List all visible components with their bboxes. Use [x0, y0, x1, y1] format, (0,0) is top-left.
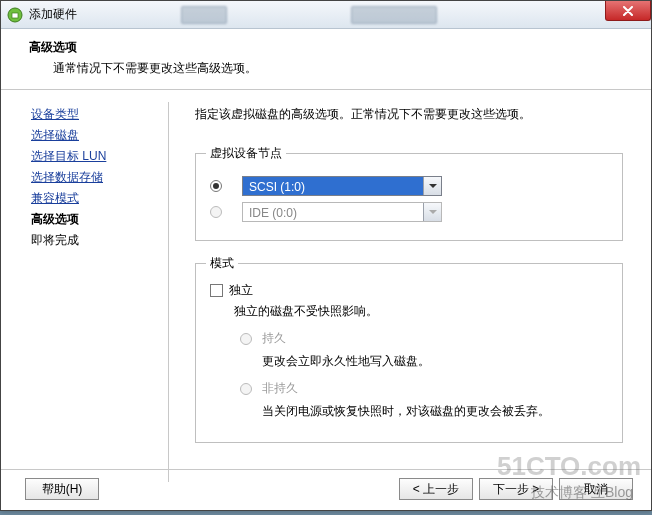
dialog-window: 添加硬件 高级选项 通常情况下不需要更改这些高级选项。 设备类型 选择磁盘 选择…: [0, 0, 652, 511]
cancel-button[interactable]: 取消: [559, 478, 633, 500]
scsi-combo[interactable]: SCSI (1:0): [242, 176, 442, 196]
close-button[interactable]: [605, 1, 651, 21]
main-panel: 指定该虚拟磁盘的高级选项。正常情况下不需要更改这些选项。 虚拟设备节点 SCSI…: [169, 102, 633, 482]
scsi-radio[interactable]: [210, 180, 222, 192]
header: 高级选项 通常情况下不需要更改这些高级选项。: [1, 29, 651, 90]
window-title: 添加硬件: [29, 6, 77, 23]
titlebar-blur-1: [181, 6, 227, 24]
scsi-combo-value: SCSI (1:0): [243, 177, 423, 195]
titlebar: 添加硬件: [1, 1, 651, 29]
ide-radio[interactable]: [210, 206, 222, 218]
nonpersistent-row: 非持久: [240, 380, 608, 397]
body: 设备类型 选择磁盘 选择目标 LUN 选择数据存储 兼容模式 高级选项 即将完成…: [1, 90, 651, 482]
nonpersistent-label: 非持久: [262, 380, 298, 397]
step-select-disk[interactable]: 选择磁盘: [31, 127, 160, 144]
independent-desc: 独立的磁盘不受快照影响。: [234, 303, 608, 320]
step-select-lun[interactable]: 选择目标 LUN: [31, 148, 160, 165]
titlebar-blur-2: [351, 6, 437, 24]
header-title: 高级选项: [29, 39, 631, 56]
nonpersistent-desc: 当关闭电源或恢复快照时，对该磁盘的更改会被丢弃。: [262, 403, 608, 420]
wizard-steps: 设备类型 选择磁盘 选择目标 LUN 选择数据存储 兼容模式 高级选项 即将完成: [19, 102, 169, 482]
ide-row: IDE (0:0): [210, 202, 608, 222]
persistent-desc: 更改会立即永久性地写入磁盘。: [262, 353, 608, 370]
scsi-combo-button[interactable]: [423, 177, 441, 195]
independent-row: 独立: [210, 282, 608, 299]
svg-rect-1: [12, 13, 18, 18]
independent-checkbox[interactable]: [210, 284, 223, 297]
help-button[interactable]: 帮助(H): [25, 478, 99, 500]
ide-combo-value: IDE (0:0): [243, 203, 423, 221]
persistent-radio: [240, 333, 252, 345]
footer: 帮助(H) < 上一步 下一步 > 取消: [1, 469, 651, 500]
independent-label: 独立: [229, 282, 253, 299]
instruction-text: 指定该虚拟磁盘的高级选项。正常情况下不需要更改这些选项。: [195, 106, 633, 123]
mode-legend: 模式: [206, 255, 238, 272]
step-compat-mode[interactable]: 兼容模式: [31, 190, 160, 207]
persistent-row: 持久: [240, 330, 608, 347]
virtual-device-node-group: 虚拟设备节点 SCSI (1:0) IDE (0:0): [195, 145, 623, 241]
step-device-type[interactable]: 设备类型: [31, 106, 160, 123]
persistent-label: 持久: [262, 330, 286, 347]
app-icon: [7, 7, 23, 23]
mode-group: 模式 独立 独立的磁盘不受快照影响。 持久 更改会立即永久性地写入磁盘。 非持久…: [195, 255, 623, 443]
step-select-datastore[interactable]: 选择数据存储: [31, 169, 160, 186]
next-button[interactable]: 下一步 >: [479, 478, 553, 500]
back-button[interactable]: < 上一步: [399, 478, 473, 500]
scsi-row: SCSI (1:0): [210, 176, 608, 196]
virtual-device-node-legend: 虚拟设备节点: [206, 145, 286, 162]
step-advanced-options: 高级选项: [31, 211, 160, 228]
step-ready: 即将完成: [31, 232, 160, 249]
nonpersistent-radio: [240, 383, 252, 395]
header-subtitle: 通常情况下不需要更改这些高级选项。: [53, 60, 631, 77]
ide-combo-button: [423, 203, 441, 221]
ide-combo: IDE (0:0): [242, 202, 442, 222]
